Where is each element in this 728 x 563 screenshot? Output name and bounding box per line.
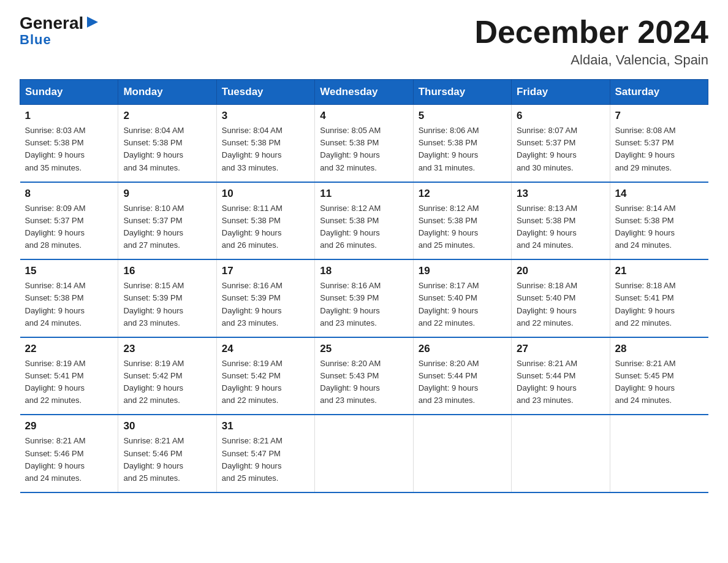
calendar-cell: 21 Sunrise: 8:18 AMSunset: 5:41 PMDaylig… [610, 259, 708, 337]
day-number: 31 [222, 420, 309, 432]
day-info: Sunrise: 8:04 AMSunset: 5:38 PMDaylight:… [222, 124, 309, 174]
calendar-cell: 4 Sunrise: 8:05 AMSunset: 5:38 PMDayligh… [315, 105, 413, 182]
day-info: Sunrise: 8:12 AMSunset: 5:38 PMDaylight:… [320, 202, 408, 252]
calendar-table: SundayMondayTuesdayWednesdayThursdayFrid… [20, 79, 708, 493]
day-info: Sunrise: 8:07 AMSunset: 5:37 PMDaylight:… [517, 124, 604, 174]
calendar-header-row: SundayMondayTuesdayWednesdayThursdayFrid… [20, 80, 708, 105]
day-number: 16 [123, 265, 211, 277]
day-number: 3 [222, 110, 309, 122]
logo: General Blue [20, 15, 100, 48]
page-subtitle: Aldaia, Valencia, Spain [474, 52, 708, 68]
calendar-cell: 28 Sunrise: 8:21 AMSunset: 5:45 PMDaylig… [610, 337, 708, 415]
day-number: 12 [419, 188, 506, 200]
calendar-cell: 31 Sunrise: 8:21 AMSunset: 5:47 PMDaylig… [216, 415, 314, 492]
day-info: Sunrise: 8:09 AMSunset: 5:37 PMDaylight:… [25, 202, 113, 252]
day-number: 22 [25, 343, 113, 355]
calendar-cell: 10 Sunrise: 8:11 AMSunset: 5:38 PMDaylig… [216, 182, 314, 260]
day-info: Sunrise: 8:16 AMSunset: 5:39 PMDaylight:… [320, 280, 408, 329]
svg-marker-0 [87, 17, 98, 28]
logo-arrow-icon [85, 14, 100, 30]
day-info: Sunrise: 8:19 AMSunset: 5:42 PMDaylight:… [123, 358, 211, 407]
calendar-cell: 3 Sunrise: 8:04 AMSunset: 5:38 PMDayligh… [216, 105, 314, 182]
day-info: Sunrise: 8:21 AMSunset: 5:44 PMDaylight:… [517, 358, 604, 407]
calendar-cell [512, 415, 610, 492]
day-info: Sunrise: 8:20 AMSunset: 5:43 PMDaylight:… [320, 358, 408, 407]
page-header: General Blue December 2024 Aldaia, Valen… [20, 15, 708, 68]
day-info: Sunrise: 8:21 AMSunset: 5:45 PMDaylight:… [615, 358, 703, 407]
header-monday: Monday [118, 80, 216, 105]
day-info: Sunrise: 8:14 AMSunset: 5:38 PMDaylight:… [25, 280, 113, 329]
day-number: 18 [320, 265, 408, 277]
day-number: 23 [123, 343, 211, 355]
day-info: Sunrise: 8:14 AMSunset: 5:38 PMDaylight:… [615, 202, 703, 252]
day-number: 9 [123, 188, 211, 200]
calendar-cell: 13 Sunrise: 8:13 AMSunset: 5:38 PMDaylig… [512, 182, 610, 260]
calendar-cell: 26 Sunrise: 8:20 AMSunset: 5:44 PMDaylig… [413, 337, 511, 415]
calendar-cell: 25 Sunrise: 8:20 AMSunset: 5:43 PMDaylig… [315, 337, 413, 415]
day-info: Sunrise: 8:11 AMSunset: 5:38 PMDaylight:… [222, 202, 309, 252]
day-number: 1 [25, 110, 113, 122]
day-number: 30 [123, 420, 211, 432]
header-sunday: Sunday [20, 80, 118, 105]
calendar-cell: 6 Sunrise: 8:07 AMSunset: 5:37 PMDayligh… [512, 105, 610, 182]
header-tuesday: Tuesday [216, 80, 314, 105]
week-row-3: 15 Sunrise: 8:14 AMSunset: 5:38 PMDaylig… [20, 259, 708, 337]
logo-text-blue: Blue [20, 32, 51, 48]
calendar-cell: 16 Sunrise: 8:15 AMSunset: 5:39 PMDaylig… [118, 259, 216, 337]
day-number: 19 [419, 265, 506, 277]
calendar-cell: 22 Sunrise: 8:19 AMSunset: 5:41 PMDaylig… [20, 337, 118, 415]
calendar-cell: 30 Sunrise: 8:21 AMSunset: 5:46 PMDaylig… [118, 415, 216, 492]
week-row-1: 1 Sunrise: 8:03 AMSunset: 5:38 PMDayligh… [20, 105, 708, 182]
day-info: Sunrise: 8:04 AMSunset: 5:38 PMDaylight:… [123, 124, 211, 174]
day-number: 13 [517, 188, 604, 200]
calendar-cell: 8 Sunrise: 8:09 AMSunset: 5:37 PMDayligh… [20, 182, 118, 260]
calendar-cell: 18 Sunrise: 8:16 AMSunset: 5:39 PMDaylig… [315, 259, 413, 337]
day-number: 25 [320, 343, 408, 355]
calendar-cell: 14 Sunrise: 8:14 AMSunset: 5:38 PMDaylig… [610, 182, 708, 260]
day-number: 14 [615, 188, 703, 200]
day-info: Sunrise: 8:21 AMSunset: 5:46 PMDaylight:… [25, 435, 113, 484]
calendar-cell: 23 Sunrise: 8:19 AMSunset: 5:42 PMDaylig… [118, 337, 216, 415]
day-number: 15 [25, 265, 113, 277]
day-number: 7 [615, 110, 703, 122]
week-row-5: 29 Sunrise: 8:21 AMSunset: 5:46 PMDaylig… [20, 415, 708, 492]
calendar-cell: 11 Sunrise: 8:12 AMSunset: 5:38 PMDaylig… [315, 182, 413, 260]
header-friday: Friday [512, 80, 610, 105]
day-number: 24 [222, 343, 309, 355]
calendar-cell: 2 Sunrise: 8:04 AMSunset: 5:38 PMDayligh… [118, 105, 216, 182]
day-number: 10 [222, 188, 309, 200]
day-info: Sunrise: 8:18 AMSunset: 5:41 PMDaylight:… [615, 280, 703, 329]
calendar-cell: 20 Sunrise: 8:18 AMSunset: 5:40 PMDaylig… [512, 259, 610, 337]
day-info: Sunrise: 8:21 AMSunset: 5:46 PMDaylight:… [123, 435, 211, 484]
logo-text-general: General [20, 15, 83, 32]
day-number: 2 [123, 110, 211, 122]
day-info: Sunrise: 8:03 AMSunset: 5:38 PMDaylight:… [25, 124, 113, 174]
header-saturday: Saturday [610, 80, 708, 105]
day-number: 26 [419, 343, 506, 355]
week-row-4: 22 Sunrise: 8:19 AMSunset: 5:41 PMDaylig… [20, 337, 708, 415]
week-row-2: 8 Sunrise: 8:09 AMSunset: 5:37 PMDayligh… [20, 182, 708, 260]
header-wednesday: Wednesday [315, 80, 413, 105]
day-info: Sunrise: 8:15 AMSunset: 5:39 PMDaylight:… [123, 280, 211, 329]
calendar-cell [413, 415, 511, 492]
page-title: December 2024 [474, 15, 708, 50]
day-info: Sunrise: 8:10 AMSunset: 5:37 PMDaylight:… [123, 202, 211, 252]
header-thursday: Thursday [413, 80, 511, 105]
day-info: Sunrise: 8:08 AMSunset: 5:37 PMDaylight:… [615, 124, 703, 174]
day-number: 28 [615, 343, 703, 355]
day-info: Sunrise: 8:17 AMSunset: 5:40 PMDaylight:… [419, 280, 506, 329]
calendar-cell [610, 415, 708, 492]
day-info: Sunrise: 8:05 AMSunset: 5:38 PMDaylight:… [320, 124, 408, 174]
calendar-cell: 17 Sunrise: 8:16 AMSunset: 5:39 PMDaylig… [216, 259, 314, 337]
title-block: December 2024 Aldaia, Valencia, Spain [474, 15, 708, 68]
day-number: 6 [517, 110, 604, 122]
day-info: Sunrise: 8:12 AMSunset: 5:38 PMDaylight:… [419, 202, 506, 252]
day-info: Sunrise: 8:19 AMSunset: 5:42 PMDaylight:… [222, 358, 309, 407]
day-info: Sunrise: 8:18 AMSunset: 5:40 PMDaylight:… [517, 280, 604, 329]
day-number: 27 [517, 343, 604, 355]
calendar-cell: 19 Sunrise: 8:17 AMSunset: 5:40 PMDaylig… [413, 259, 511, 337]
calendar-cell: 15 Sunrise: 8:14 AMSunset: 5:38 PMDaylig… [20, 259, 118, 337]
calendar-cell: 9 Sunrise: 8:10 AMSunset: 5:37 PMDayligh… [118, 182, 216, 260]
day-number: 17 [222, 265, 309, 277]
day-info: Sunrise: 8:16 AMSunset: 5:39 PMDaylight:… [222, 280, 309, 329]
